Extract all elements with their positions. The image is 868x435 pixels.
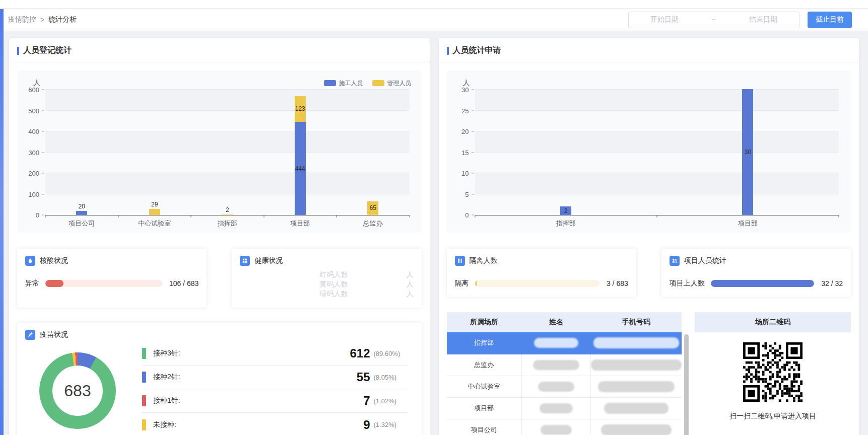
bar-value-label: 2 — [555, 207, 577, 215]
gridline — [45, 173, 410, 173]
health-row: 黄码人数人 — [240, 279, 413, 289]
nucleic-acid-card: 核酸状况 异常 106 / 683 — [17, 249, 207, 308]
card-title: 项目人员统计 — [684, 256, 726, 265]
to-date-button[interactable]: 截止目前 — [808, 12, 852, 28]
quarantine-progress-bar — [475, 280, 599, 287]
health-row-label: 黄码人数 — [320, 279, 348, 289]
x-axis-category-label: 项目部 — [290, 219, 310, 228]
health-row-unit: 人 — [407, 270, 414, 279]
breadcrumb-parent[interactable]: 疫情防控 — [8, 15, 36, 24]
phone-cell-redacted — [590, 354, 682, 376]
date-range-separator: ~ — [712, 16, 716, 24]
name-cell-redacted — [522, 397, 591, 419]
health-rows: 红码人数人黄码人数人绿码人数人 — [240, 270, 413, 299]
redacted-name-blob — [534, 338, 578, 348]
y-axis-tick — [42, 152, 44, 153]
gridline — [45, 131, 410, 131]
table-row[interactable]: 指挥部 — [447, 332, 682, 354]
gridline — [475, 194, 839, 194]
plot-band — [475, 90, 839, 111]
vaccine-legend: 接种3针:612(89.60%)接种2针:55(8.05%)接种1针:7(1.0… — [142, 342, 408, 435]
name-cell-redacted — [522, 332, 591, 354]
redacted-phone-blob — [604, 403, 669, 414]
y-axis-tick — [42, 215, 44, 215]
bar-segment — [222, 214, 233, 215]
progress-value: 3 / 683 — [607, 279, 628, 287]
table-scrollbar[interactable] — [684, 334, 689, 435]
bar-segment — [149, 209, 160, 215]
vaccine-percent: (1.02%) — [370, 397, 408, 405]
y-axis-tick — [42, 173, 44, 174]
y-axis-label: 30 — [461, 86, 469, 94]
table-row[interactable]: 项目公司 — [447, 419, 682, 435]
vaccine-status-card: 疫苗状况 683 接种3针:612(89.60%)接种2针:55(8.05%)接… — [17, 323, 422, 435]
bar-value-label: 444 — [289, 165, 311, 173]
y-axis-label: 5 — [465, 190, 469, 198]
vaccine-legend-label: 未接种: — [153, 420, 176, 429]
y-axis-tick — [42, 194, 44, 194]
y-axis-label: 100 — [28, 190, 39, 198]
plot-band — [45, 153, 410, 174]
grid-icon — [240, 256, 250, 266]
legend-chip — [324, 80, 336, 86]
redacted-name-blob — [533, 360, 579, 370]
progress-value: 32 / 32 — [821, 279, 843, 287]
redacted-phone-blob — [601, 424, 672, 435]
qr-column-header: 场所二维码 — [695, 312, 851, 332]
gridline — [475, 173, 839, 173]
table-row[interactable]: 项目部 — [447, 397, 682, 419]
gridline — [475, 110, 839, 111]
plot-band — [45, 90, 410, 111]
y-axis-tick — [472, 173, 474, 174]
vaccine-percent: (89.60%) — [370, 350, 408, 357]
health-row: 红码人数人 — [240, 270, 413, 279]
y-axis-label: 200 — [28, 170, 39, 177]
y-axis-tick — [472, 194, 474, 194]
start-date-input[interactable]: 开始日期 — [650, 15, 679, 24]
panel-title: 人员登记统计 — [23, 45, 72, 56]
health-row-unit: 人 — [407, 279, 414, 289]
left-edge-strip — [0, 9, 4, 435]
bar-value-label: 123 — [289, 105, 311, 113]
bar-value-label: 29 — [144, 200, 166, 208]
redacted-name-blob — [541, 425, 572, 435]
vaccine-legend-row: 接种3针:612(89.60%) — [142, 342, 408, 366]
legend-chip — [142, 372, 146, 383]
vaccine-donut-chart: 683 — [39, 352, 116, 429]
y-axis-tick — [42, 131, 44, 132]
card-title: 核酸状况 — [40, 256, 68, 265]
table-row[interactable]: 中心试验室 — [447, 376, 682, 397]
y-axis-label: 0 — [36, 211, 39, 219]
people-icon — [670, 256, 680, 266]
place-cell: 指挥部 — [447, 332, 522, 354]
gridline — [475, 131, 839, 131]
phone-cell-redacted — [590, 332, 682, 354]
progress-label: 项目上人数 — [670, 279, 705, 288]
progress-label: 隔离 — [455, 279, 469, 288]
legend-item[interactable]: 管理人员 — [372, 79, 412, 88]
vaccine-legend-row: 未接种:9(1.32%) — [142, 413, 408, 435]
x-axis: 项目公司中心试验室指挥部项目部总监办 — [45, 215, 410, 229]
gridline — [45, 194, 410, 194]
health-row-unit: 人 — [407, 289, 414, 299]
title-accent-bar — [447, 47, 449, 55]
y-axis-label: 15 — [461, 149, 469, 156]
breadcrumb-current: 统计分析 — [48, 15, 77, 24]
card-title: 健康状况 — [254, 256, 283, 265]
panel-header: 人员登记统计 — [9, 38, 430, 62]
application-bar-chart: 人 051015202530230 指挥部项目部 — [447, 70, 851, 233]
place-cell: 总监办 — [447, 354, 522, 376]
health-row-label: 绿码人数 — [320, 289, 348, 299]
vaccine-legend-label: 接种2针: — [153, 373, 180, 382]
place-cell: 中心试验室 — [447, 376, 522, 397]
date-range-picker[interactable]: 开始日期 ~ 结束日期 — [628, 12, 799, 28]
table-row[interactable]: 总监办 — [447, 354, 682, 376]
redacted-phone-blob — [598, 381, 675, 392]
vaccine-count: 9 — [363, 418, 370, 432]
gridline — [45, 89, 410, 90]
vaccine-percent: (1.32%) — [370, 421, 408, 428]
page-content: 人员登记统计 人 施工人员管理人员 0100200300400500600202… — [0, 31, 868, 435]
legend-item[interactable]: 施工人员 — [324, 79, 363, 88]
place-cell: 项目公司 — [447, 419, 522, 435]
end-date-input[interactable]: 结束日期 — [749, 15, 777, 24]
